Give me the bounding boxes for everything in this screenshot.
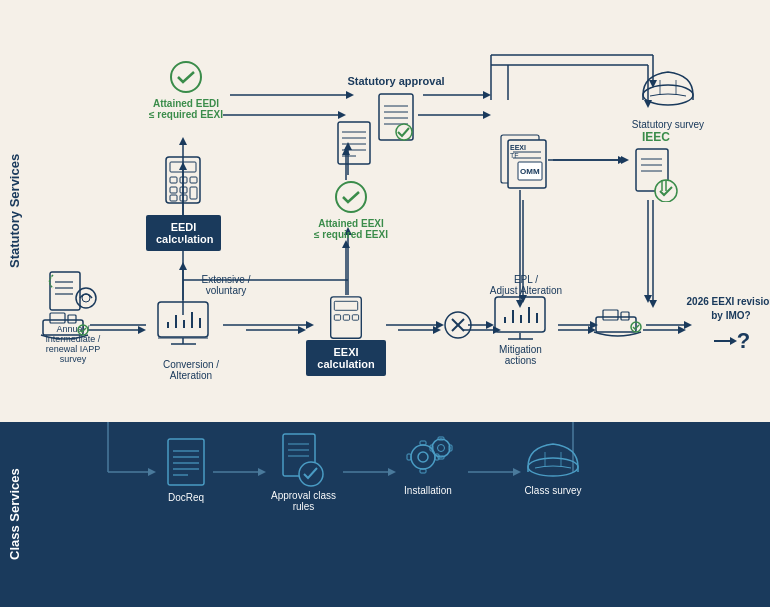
attained-eexi-icon: Attained EEXI ≤ required EEXI <box>306 180 396 240</box>
svg-rect-56 <box>170 177 177 183</box>
svg-rect-62 <box>170 195 177 201</box>
svg-rect-80 <box>334 315 340 320</box>
eexi-calc-icon <box>326 295 366 340</box>
svg-marker-1 <box>138 326 146 334</box>
epl-label: EPL / Adjust Alteration <box>486 270 566 296</box>
svg-marker-27 <box>678 326 686 334</box>
attained-eexi-label: Attained EEXI ≤ required EEXI <box>314 218 388 240</box>
svg-rect-59 <box>170 187 177 193</box>
extensive-voluntary-label: Extensive / voluntary <box>186 270 266 296</box>
svg-marker-19 <box>298 326 306 334</box>
svg-marker-5 <box>179 137 187 145</box>
statutory-survey-label: Statutory survey <box>632 119 704 130</box>
svg-rect-102 <box>596 317 636 332</box>
conversion-alteration-label: Conversion / Alteration <box>146 355 236 381</box>
svg-marker-157 <box>258 468 266 476</box>
check-circle-eexi-icon <box>334 180 369 215</box>
statutory-survey-icon: Statutory survey <box>628 60 708 130</box>
ieec-label: IEEC <box>642 130 670 144</box>
ship-after-mitigation <box>588 305 648 345</box>
svg-point-40 <box>82 294 90 302</box>
epl-docs-stack-icon: EEXI TF OMM <box>493 130 553 190</box>
docreq-icon: DocReq <box>156 437 216 503</box>
svg-point-71 <box>336 182 366 212</box>
svg-rect-63 <box>180 195 187 201</box>
eexi-calc-label: EEXI calculation <box>306 340 386 376</box>
svg-text:OMM: OMM <box>520 167 540 176</box>
statutory-approval-label: Statutory approval <box>347 75 444 87</box>
docreq-label: DocReq <box>168 492 204 503</box>
attained-eedi-icon: Attained EEDI ≤ required EEXI <box>146 60 226 120</box>
class-section: Class Services <box>0 422 770 607</box>
svg-rect-60 <box>180 187 187 193</box>
x-circle-icon <box>443 310 473 340</box>
svg-marker-128 <box>483 91 491 99</box>
svg-marker-155 <box>148 468 156 476</box>
doc-center-icon <box>334 120 374 166</box>
installation-label: Installation <box>404 485 452 496</box>
class-survey-label: Class survey <box>524 485 581 496</box>
eedi-calc-box: EEDI calculation <box>146 215 221 251</box>
eexi-calc-box: EEXI calculation <box>306 295 386 376</box>
statutory-label: Statutory Services <box>0 0 28 422</box>
class-content: DocReq Approval class rules <box>28 422 770 607</box>
cargo-ship-icon <box>38 305 93 345</box>
svg-rect-43 <box>68 315 76 323</box>
svg-rect-72 <box>338 122 370 164</box>
statutory-content: Annual / intermediate / renewal IAPP sur… <box>28 0 770 422</box>
class-label: Class Services <box>0 422 28 607</box>
svg-rect-104 <box>621 312 629 320</box>
conversion-alteration-text: Conversion / Alteration <box>163 359 219 381</box>
monitor-icon-left <box>146 300 221 345</box>
svg-rect-54 <box>166 157 200 203</box>
question-mark-label: ? <box>737 328 750 354</box>
approval-doc-icon <box>281 432 326 487</box>
document-lines-icon <box>336 120 372 166</box>
svg-text:TF: TF <box>510 152 519 159</box>
calculator-icon <box>153 155 213 205</box>
svg-rect-164 <box>168 439 204 485</box>
svg-text:EEXI: EEXI <box>510 144 526 151</box>
svg-rect-79 <box>334 301 357 310</box>
svg-rect-82 <box>352 315 358 320</box>
calc-icon <box>163 155 203 205</box>
statutory-section: Statutory Services <box>0 0 770 422</box>
svg-point-176 <box>418 452 428 462</box>
svg-rect-81 <box>343 315 349 320</box>
approval-class-rules-icon: Approval class rules <box>266 432 341 512</box>
main-container: Statutory Services <box>0 0 770 607</box>
monitor-chart-icon <box>156 300 211 345</box>
right-arrow-icon <box>712 334 737 349</box>
check-circle-green-icon <box>169 60 204 95</box>
svg-rect-55 <box>170 162 196 172</box>
mitigation-actions-label: Mitigation actions <box>483 344 558 366</box>
document-check-icon <box>376 92 416 142</box>
revision-2026-label: 2026 EEXI revision by IMO? <box>686 295 770 323</box>
approval-class-rules-label: Approval class rules <box>266 490 341 512</box>
ieec-certificate-icon <box>634 147 679 202</box>
svg-rect-103 <box>603 310 618 320</box>
gears-icon <box>401 432 456 482</box>
eedi-calc-label: EEDI calculation <box>146 215 221 251</box>
svg-rect-42 <box>50 313 65 323</box>
svg-point-106 <box>643 85 693 105</box>
attained-eedi-label: Attained EEDI ≤ required EEXI <box>149 98 223 120</box>
revision-2026-box: 2026 EEXI revision by IMO? ? <box>686 295 770 354</box>
svg-rect-78 <box>331 297 362 338</box>
svg-point-64 <box>171 62 201 92</box>
extensive-voluntary-text: Extensive / voluntary <box>202 274 251 296</box>
svg-marker-9 <box>483 111 491 119</box>
svg-marker-144 <box>342 240 350 248</box>
epl-text: EPL / Adjust Alteration <box>490 274 562 296</box>
helmet-icon <box>638 60 698 115</box>
x-gate-icon <box>438 310 478 340</box>
cargo-ship-2-icon <box>591 305 646 345</box>
mitigation-monitor-icon <box>493 295 548 340</box>
svg-rect-58 <box>190 177 197 183</box>
svg-point-182 <box>437 445 444 452</box>
class-survey-icon: Class survey <box>518 432 588 496</box>
svg-marker-7 <box>338 111 346 119</box>
svg-point-187 <box>528 458 578 476</box>
svg-marker-150 <box>649 300 657 308</box>
installation-icon: Installation <box>393 432 463 496</box>
